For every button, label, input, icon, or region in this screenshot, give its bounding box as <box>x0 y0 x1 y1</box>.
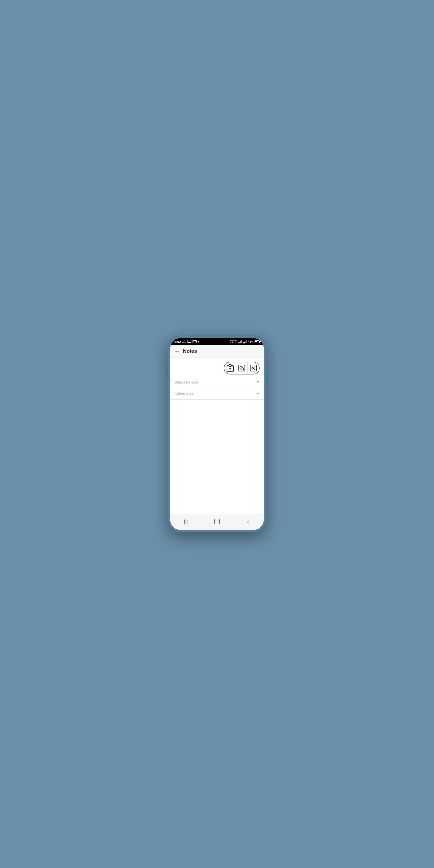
status-left: 8:02 0 KB/s <box>174 340 199 344</box>
bottom-nav: ||| ‹ <box>170 514 264 530</box>
status-bar: 8:02 0 KB/s <box>170 338 264 345</box>
toolbar-group: + <box>224 362 260 374</box>
edit-note-button[interactable] <box>236 362 248 374</box>
battery-icon <box>255 340 260 343</box>
svg-text:+: + <box>229 366 231 371</box>
app-bar: ← Notes <box>170 345 264 358</box>
svg-rect-5 <box>229 365 231 366</box>
recent-apps-button[interactable]: ||| <box>180 518 191 525</box>
note-dropdown-arrow: ▼ <box>256 392 260 396</box>
select-person-label: Select Person <box>174 380 198 384</box>
note-content-area <box>174 402 260 514</box>
phone-screen: 8:02 0 KB/s <box>170 338 264 530</box>
back-nav-icon: ‹ <box>247 518 249 526</box>
recent-apps-icon: ||| <box>184 519 188 525</box>
signal-bars-1 <box>239 340 242 343</box>
home-button[interactable] <box>212 518 222 525</box>
person-dropdown-arrow: ▼ <box>256 380 260 384</box>
svg-point-2 <box>190 341 190 341</box>
kb-indicator: 0 KB/s <box>182 340 186 344</box>
back-nav-button[interactable]: ‹ <box>243 518 254 525</box>
select-note-dropdown[interactable]: Select Note ▼ <box>170 388 264 400</box>
svg-marker-9 <box>242 369 245 371</box>
image-icon <box>187 340 191 343</box>
back-button[interactable]: ← <box>174 348 180 354</box>
delete-icon <box>250 365 257 371</box>
svg-line-10 <box>240 367 242 368</box>
page-title: Notes <box>183 348 197 354</box>
delete-note-button[interactable] <box>248 362 259 374</box>
add-notepad-icon: + <box>226 364 234 372</box>
lte-label: VoI) LTE+ LTE1 ↑↓ <box>229 340 238 344</box>
mail-icon <box>192 340 196 343</box>
home-icon <box>214 519 220 524</box>
notification-dot <box>198 341 199 342</box>
main-content: + <box>170 358 264 514</box>
toolbar: + <box>170 358 264 376</box>
signal-bars-2 <box>243 340 247 343</box>
status-right: VoI) LTE+ LTE1 ↑↓ 43% <box>229 340 260 344</box>
add-note-button[interactable]: + <box>224 362 236 374</box>
select-note-label: Select Note <box>174 392 194 396</box>
select-person-dropdown[interactable]: Select Person ▼ <box>170 376 264 388</box>
svg-marker-1 <box>187 341 191 343</box>
pencil-icon <box>239 365 245 371</box>
battery-percent: 43% <box>248 340 254 343</box>
phone-frame: 8:02 0 KB/s <box>168 336 266 532</box>
status-time: 8:02 <box>174 340 181 344</box>
